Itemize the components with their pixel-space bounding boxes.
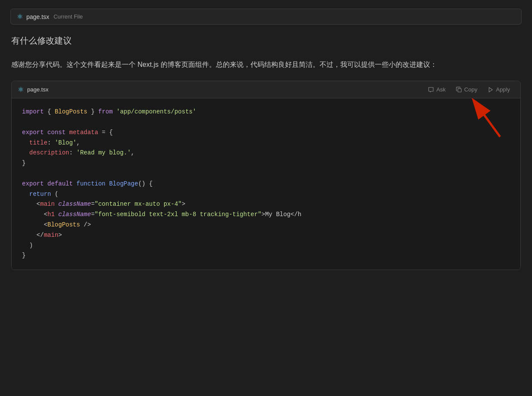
code-file-info: ⚛ page.tsx — [18, 85, 48, 94]
ask-label: Ask — [436, 86, 446, 93]
code-actions: Ask Copy Apply — [424, 85, 514, 94]
svg-rect-2 — [458, 88, 461, 92]
header-file-name: page.tsx — [26, 13, 49, 20]
main-container: ⚛ page.tsx Current File 有什么修改建议 感谢您分享代码。… — [0, 0, 532, 396]
code-line-3: export const metadata = { — [22, 128, 510, 138]
code-line-9: return ( — [22, 189, 510, 200]
ask-button[interactable]: Ask — [424, 85, 450, 94]
code-line-4: title: 'Blog', — [22, 138, 510, 148]
copy-button[interactable]: Copy — [452, 85, 481, 94]
code-line-8: export default function BlogPage() { — [22, 179, 510, 189]
code-line-11: <h1 className="font-semibold text-2xl mb… — [22, 210, 510, 220]
code-block-container: ⚛ page.tsx Ask Cop — [11, 81, 521, 270]
code-block-wrapper: ⚛ page.tsx Ask Cop — [10, 81, 522, 270]
code-file-name: page.tsx — [27, 86, 48, 93]
copy-label: Copy — [464, 86, 477, 93]
ask-icon — [428, 87, 434, 93]
react-icon: ⚛ — [17, 13, 23, 21]
code-block-header: ⚛ page.tsx Ask Cop — [12, 81, 520, 98]
code-line-6: } — [22, 158, 510, 169]
code-content: import { BlogPosts } from 'app/component… — [12, 98, 520, 270]
code-line-14: ) — [22, 241, 510, 251]
current-file-badge: Current File — [54, 13, 83, 20]
code-line-12: <BlogPosts /> — [22, 220, 510, 230]
code-line-1: import { BlogPosts } from 'app/component… — [22, 107, 510, 117]
code-line-7 — [22, 169, 510, 179]
code-react-icon: ⚛ — [18, 85, 24, 94]
code-line-10: <main className="container mx-auto px-4"… — [22, 199, 510, 210]
apply-button[interactable]: Apply — [483, 85, 514, 94]
response-text: 感谢您分享代码。这个文件看起来是一个 Next.js 的博客页面组件。总的来说，… — [10, 59, 522, 70]
file-header-bar: ⚛ page.tsx Current File — [10, 9, 522, 25]
code-line-2 — [22, 117, 510, 128]
code-line-15: } — [22, 251, 510, 261]
question-text: 有什么修改建议 — [10, 35, 522, 47]
apply-icon — [488, 87, 494, 93]
copy-icon — [456, 87, 462, 93]
svg-marker-3 — [489, 87, 493, 92]
code-line-13: </main> — [22, 230, 510, 241]
apply-label: Apply — [496, 86, 510, 93]
code-line-5: description: 'Read my blog.', — [22, 148, 510, 158]
